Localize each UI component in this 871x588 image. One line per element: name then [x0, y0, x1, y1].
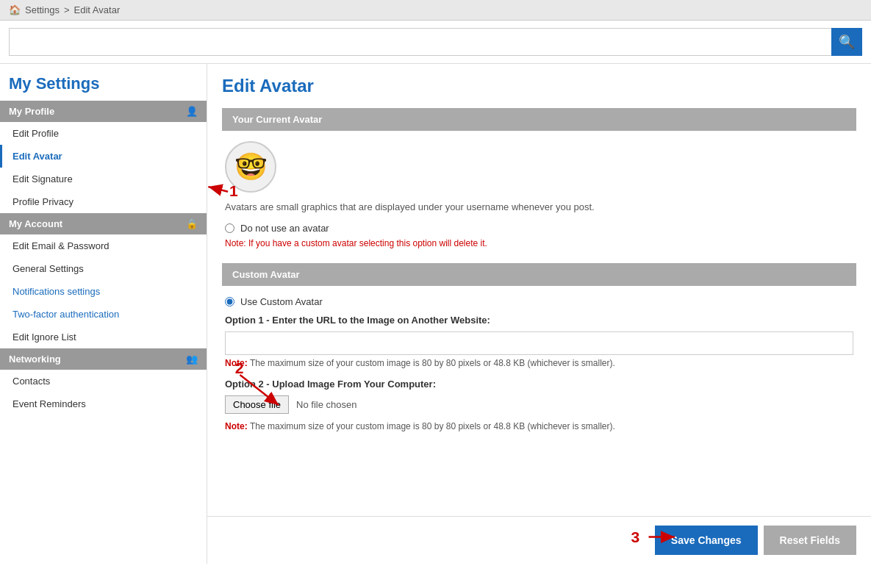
use-custom-radio-row: Use Custom Avatar	[225, 296, 853, 307]
no-avatar-label: Do not use an avatar	[240, 223, 329, 234]
note-max-size-1: Note: The maximum size of your custom im…	[225, 358, 853, 368]
breadcrumb-settings[interactable]: Settings	[25, 4, 60, 15]
note-text-2: The maximum size of your custom image is…	[250, 421, 615, 431]
sidebar-item-edit-avatar[interactable]: Edit Avatar	[0, 145, 207, 168]
sidebar-item-two-factor-auth[interactable]: Two-factor authentication	[0, 303, 207, 326]
note-delete-avatar: Note: If you have a custom avatar select…	[225, 238, 853, 248]
avatar-emoji: 🤓	[234, 151, 268, 182]
custom-avatar-body: Use Custom Avatar Option 1 - Enter the U…	[222, 296, 856, 439]
breadcrumb-bar: 🏠 Settings > Edit Avatar	[0, 0, 871, 21]
option2-label: Option 2 - Upload Image From Your Comput…	[225, 379, 853, 390]
sidebar-item-profile-privacy[interactable]: Profile Privacy	[0, 190, 207, 213]
custom-avatar-section-header: Custom Avatar	[222, 263, 856, 286]
sidebar-item-contacts[interactable]: Contacts	[0, 370, 207, 392]
sidebar-item-edit-email-password[interactable]: Edit Email & Password	[0, 234, 207, 257]
search-button[interactable]: 🔍	[831, 28, 862, 56]
reset-button[interactable]: Reset Fields	[764, 526, 856, 555]
choose-file-button[interactable]: Choose file	[225, 395, 289, 414]
note-text-1: The maximum size of your custom image is…	[250, 358, 615, 368]
no-avatar-radio-row: Do not use an avatar	[225, 223, 853, 234]
note-label-red-2: Note:	[225, 421, 250, 431]
lock-icon: 🔒	[186, 218, 198, 229]
use-custom-radio[interactable]	[225, 297, 234, 306]
sidebar-item-general-settings[interactable]: General Settings	[0, 257, 207, 280]
sidebar-section-label: My Profile	[9, 106, 54, 117]
search-input[interactable]	[9, 28, 831, 56]
url-input[interactable]	[225, 331, 853, 355]
sidebar-title: My Settings	[0, 64, 207, 101]
current-avatar-body: 🤓 Avatars are small graphics that are di…	[222, 141, 856, 263]
main-layout: My Settings My Profile 👤 Edit Profile Ed…	[0, 64, 871, 564]
footer-bar: Save Changes Reset Fields	[207, 516, 871, 564]
save-button[interactable]: Save Changes	[655, 526, 758, 555]
use-custom-label: Use Custom Avatar	[240, 296, 323, 307]
note-italic-text: Note: If you have a custom avatar select…	[225, 238, 487, 248]
sidebar-section-networking-label: Networking	[9, 354, 61, 365]
sidebar-section-networking: Networking 👥	[0, 348, 207, 370]
breadcrumb-sep: >	[64, 4, 70, 15]
sidebar-item-notifications-settings[interactable]: Notifications settings	[0, 280, 207, 303]
sidebar-item-event-reminders[interactable]: Event Reminders	[0, 392, 207, 415]
no-avatar-radio[interactable]	[225, 223, 234, 233]
avatar: 🤓	[225, 141, 276, 193]
breadcrumb-edit-avatar: Edit Avatar	[74, 4, 121, 15]
page-title: Edit Avatar	[222, 76, 856, 96]
content-area: Edit Avatar Your Current Avatar 🤓 Avatar…	[207, 64, 871, 516]
home-icon: 🏠	[9, 4, 21, 15]
option1-label: Option 1 - Enter the URL to the Image on…	[225, 315, 853, 326]
sidebar-section-my-profile: My Profile 👤	[0, 101, 207, 122]
sidebar-item-edit-profile[interactable]: Edit Profile	[0, 122, 207, 145]
sidebar-section-account-label: My Account	[9, 218, 62, 229]
note-label-red: Note:	[225, 358, 250, 368]
file-upload-row: Choose file No file chosen	[225, 395, 853, 414]
sidebar-item-edit-ignore-list[interactable]: Edit Ignore List	[0, 326, 207, 348]
networking-icon: 👥	[186, 354, 198, 365]
search-bar: 🔍	[0, 21, 871, 64]
sidebar-item-edit-signature[interactable]: Edit Signature	[0, 168, 207, 190]
no-file-text: No file chosen	[296, 399, 356, 410]
person-icon: 👤	[186, 106, 198, 117]
sidebar: My Settings My Profile 👤 Edit Profile Ed…	[0, 64, 207, 564]
sidebar-section-my-account: My Account 🔒	[0, 213, 207, 234]
note-max-size-2: Note: The maximum size of your custom im…	[225, 421, 853, 431]
avatar-description: Avatars are small graphics that are disp…	[225, 201, 853, 212]
current-avatar-section-header: Your Current Avatar	[222, 108, 856, 131]
